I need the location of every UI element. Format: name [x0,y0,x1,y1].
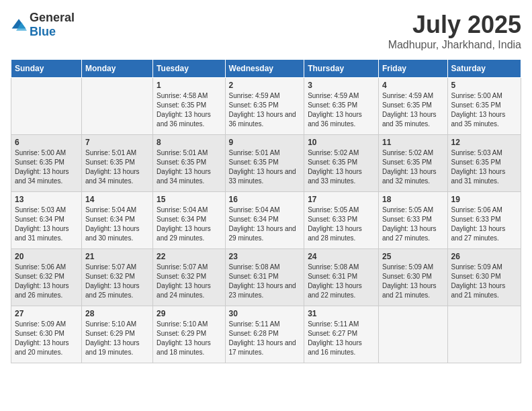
calendar-cell: 14Sunrise: 5:04 AM Sunset: 6:34 PM Dayli… [82,192,153,249]
calendar-cell: 18Sunrise: 5:05 AM Sunset: 6:33 PM Dayli… [378,192,447,249]
day-number: 29 [157,309,221,318]
header-cell-sunday: Sunday [11,60,82,78]
day-number: 31 [308,309,375,318]
day-info: Sunrise: 5:07 AM Sunset: 6:32 PM Dayligh… [157,263,221,300]
week-row-3: 13Sunrise: 5:03 AM Sunset: 6:34 PM Dayli… [11,192,521,249]
calendar-cell [82,78,153,135]
logo: General Blue [11,11,75,39]
day-info: Sunrise: 4:59 AM Sunset: 6:35 PM Dayligh… [229,91,301,129]
header-cell-monday: Monday [82,60,153,78]
day-number: 12 [451,138,517,147]
day-number: 18 [382,195,444,204]
day-info: Sunrise: 5:00 AM Sunset: 6:35 PM Dayligh… [451,91,517,129]
day-info: Sunrise: 5:01 AM Sunset: 6:35 PM Dayligh… [157,148,221,186]
day-info: Sunrise: 5:08 AM Sunset: 6:31 PM Dayligh… [229,263,301,300]
calendar-cell: 6Sunrise: 5:00 AM Sunset: 6:35 PM Daylig… [11,135,82,192]
day-info: Sunrise: 5:04 AM Sunset: 6:34 PM Dayligh… [85,205,149,243]
day-info: Sunrise: 4:59 AM Sunset: 6:35 PM Dayligh… [308,91,375,129]
day-number: 2 [229,81,301,90]
calendar-cell: 19Sunrise: 5:06 AM Sunset: 6:33 PM Dayli… [447,192,521,249]
calendar-table: SundayMondayTuesdayWednesdayThursdayFrid… [11,59,521,363]
day-info: Sunrise: 5:01 AM Sunset: 6:35 PM Dayligh… [229,148,301,186]
day-info: Sunrise: 5:02 AM Sunset: 6:35 PM Dayligh… [382,148,444,186]
calendar-cell: 27Sunrise: 5:09 AM Sunset: 6:30 PM Dayli… [11,306,82,363]
day-number: 25 [382,252,444,261]
day-number: 8 [157,138,221,147]
day-number: 21 [85,252,149,261]
calendar-cell: 13Sunrise: 5:03 AM Sunset: 6:34 PM Dayli… [11,192,82,249]
header-cell-saturday: Saturday [447,60,521,78]
week-row-1: 1Sunrise: 4:58 AM Sunset: 6:35 PM Daylig… [11,78,521,135]
day-number: 14 [85,195,149,204]
calendar-cell [11,78,82,135]
day-info: Sunrise: 5:06 AM Sunset: 6:33 PM Dayligh… [451,205,517,243]
day-info: Sunrise: 5:08 AM Sunset: 6:31 PM Dayligh… [308,263,375,300]
day-info: Sunrise: 5:04 AM Sunset: 6:34 PM Dayligh… [157,205,221,243]
day-info: Sunrise: 5:06 AM Sunset: 6:32 PM Dayligh… [15,263,78,300]
week-row-2: 6Sunrise: 5:00 AM Sunset: 6:35 PM Daylig… [11,135,521,192]
day-number: 26 [451,252,517,261]
calendar-cell: 25Sunrise: 5:09 AM Sunset: 6:30 PM Dayli… [378,249,447,306]
day-number: 15 [157,195,221,204]
calendar-cell: 15Sunrise: 5:04 AM Sunset: 6:34 PM Dayli… [153,192,225,249]
calendar-cell: 8Sunrise: 5:01 AM Sunset: 6:35 PM Daylig… [153,135,225,192]
day-info: Sunrise: 4:58 AM Sunset: 6:35 PM Dayligh… [157,91,221,129]
day-info: Sunrise: 5:10 AM Sunset: 6:29 PM Dayligh… [157,320,221,357]
day-number: 22 [157,252,221,261]
main-title: July 2025 [388,11,521,39]
day-info: Sunrise: 5:00 AM Sunset: 6:35 PM Dayligh… [15,148,78,186]
calendar-cell: 28Sunrise: 5:10 AM Sunset: 6:29 PM Dayli… [82,306,153,363]
title-block: July 2025 Madhupur, Jharkhand, India [388,11,521,51]
day-info: Sunrise: 5:05 AM Sunset: 6:33 PM Dayligh… [382,205,444,243]
header-cell-wednesday: Wednesday [225,60,304,78]
day-number: 17 [308,195,375,204]
day-number: 16 [229,195,301,204]
calendar-cell: 4Sunrise: 4:59 AM Sunset: 6:35 PM Daylig… [378,78,447,135]
day-info: Sunrise: 5:09 AM Sunset: 6:30 PM Dayligh… [15,320,78,357]
day-info: Sunrise: 5:10 AM Sunset: 6:29 PM Dayligh… [85,320,149,357]
calendar-header-row: SundayMondayTuesdayWednesdayThursdayFrid… [11,60,521,78]
day-number: 4 [382,81,444,90]
calendar-cell: 7Sunrise: 5:01 AM Sunset: 6:35 PM Daylig… [82,135,153,192]
calendar-cell: 29Sunrise: 5:10 AM Sunset: 6:29 PM Dayli… [153,306,225,363]
day-info: Sunrise: 5:04 AM Sunset: 6:34 PM Dayligh… [229,205,301,243]
day-number: 6 [15,138,78,147]
calendar-cell: 21Sunrise: 5:07 AM Sunset: 6:32 PM Dayli… [82,249,153,306]
calendar-cell: 11Sunrise: 5:02 AM Sunset: 6:35 PM Dayli… [378,135,447,192]
logo-blue: Blue [30,25,56,38]
calendar-cell: 30Sunrise: 5:11 AM Sunset: 6:28 PM Dayli… [225,306,304,363]
header-cell-thursday: Thursday [304,60,379,78]
calendar-cell: 17Sunrise: 5:05 AM Sunset: 6:33 PM Dayli… [304,192,379,249]
calendar-cell: 22Sunrise: 5:07 AM Sunset: 6:32 PM Dayli… [153,249,225,306]
calendar-cell: 16Sunrise: 5:04 AM Sunset: 6:34 PM Dayli… [225,192,304,249]
calendar-cell: 9Sunrise: 5:01 AM Sunset: 6:35 PM Daylig… [225,135,304,192]
calendar-cell: 1Sunrise: 4:58 AM Sunset: 6:35 PM Daylig… [153,78,225,135]
sub-title: Madhupur, Jharkhand, India [388,39,521,51]
day-number: 9 [229,138,301,147]
day-info: Sunrise: 5:01 AM Sunset: 6:35 PM Dayligh… [85,148,149,186]
calendar-cell: 2Sunrise: 4:59 AM Sunset: 6:35 PM Daylig… [225,78,304,135]
week-row-5: 27Sunrise: 5:09 AM Sunset: 6:30 PM Dayli… [11,306,521,363]
header-cell-friday: Friday [378,60,447,78]
day-info: Sunrise: 5:02 AM Sunset: 6:35 PM Dayligh… [308,148,375,186]
day-number: 7 [85,138,149,147]
day-number: 13 [15,195,78,204]
calendar-cell: 20Sunrise: 5:06 AM Sunset: 6:32 PM Dayli… [11,249,82,306]
day-number: 19 [451,195,517,204]
day-info: Sunrise: 5:03 AM Sunset: 6:34 PM Dayligh… [15,205,78,243]
day-info: Sunrise: 5:09 AM Sunset: 6:30 PM Dayligh… [382,263,444,300]
calendar-cell: 12Sunrise: 5:03 AM Sunset: 6:35 PM Dayli… [447,135,521,192]
calendar-cell: 24Sunrise: 5:08 AM Sunset: 6:31 PM Dayli… [304,249,379,306]
day-number: 1 [157,81,221,90]
day-info: Sunrise: 4:59 AM Sunset: 6:35 PM Dayligh… [382,91,444,129]
calendar-cell: 3Sunrise: 4:59 AM Sunset: 6:35 PM Daylig… [304,78,379,135]
calendar-cell: 10Sunrise: 5:02 AM Sunset: 6:35 PM Dayli… [304,135,379,192]
logo-icon [11,17,27,33]
calendar-cell [447,306,521,363]
day-info: Sunrise: 5:11 AM Sunset: 6:27 PM Dayligh… [308,320,375,357]
day-number: 5 [451,81,517,90]
logo-general: General [30,11,75,24]
header-cell-tuesday: Tuesday [153,60,225,78]
day-number: 10 [308,138,375,147]
week-row-4: 20Sunrise: 5:06 AM Sunset: 6:32 PM Dayli… [11,249,521,306]
